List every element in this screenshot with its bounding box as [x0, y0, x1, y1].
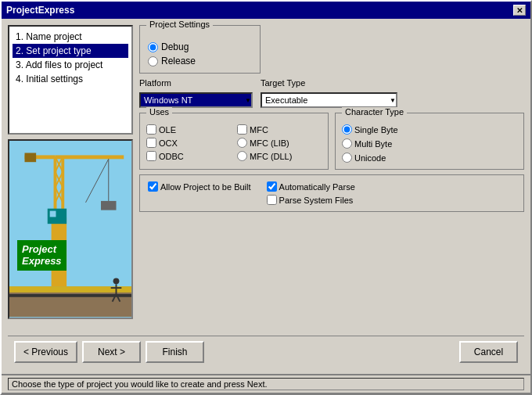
step-4[interactable]: 4. Initial settings: [13, 72, 128, 86]
main-window: ProjectExpress ✕ 1. Name project 2. Set …: [0, 0, 532, 395]
bottom-right-checks: Automatically Parse Parse System Files: [267, 181, 355, 205]
allow-build-row: Allow Project to be Built: [148, 181, 251, 192]
debug-label: Debug: [161, 41, 189, 52]
mfc-dll-row: MFC (DLL): [237, 151, 322, 161]
step-3[interactable]: 3. Add files to project: [13, 58, 128, 72]
platform-col: Platform Windows NT Linux macOS: [139, 78, 253, 108]
platform-select[interactable]: Windows NT Linux macOS: [139, 92, 253, 108]
unicode-radio[interactable]: [342, 153, 352, 163]
parse-sys-label: Parse System Files: [279, 196, 354, 205]
svg-rect-20: [50, 211, 56, 217]
platform-select-wrapper[interactable]: Windows NT Linux macOS: [139, 92, 253, 108]
parse-sys-row: Parse System Files: [267, 195, 355, 205]
right-panel: Project Settings Debug Release: [139, 25, 524, 332]
mfc-dll-radio[interactable]: [237, 151, 247, 161]
svg-rect-13: [56, 155, 124, 159]
project-settings-box: Project Settings Debug Release: [139, 25, 261, 74]
ocx-row: OCX: [146, 138, 231, 148]
unicode-label: Unicode: [354, 153, 386, 163]
target-select[interactable]: Executable Static Library Shared Library: [261, 92, 397, 108]
unicode-row: Unicode: [342, 153, 517, 163]
mfc-row: MFC: [237, 124, 322, 135]
top-right: Project Settings Debug Release: [139, 25, 524, 74]
cancel-button[interactable]: Cancel: [459, 341, 518, 363]
platform-row: Platform Windows NT Linux macOS Target T…: [139, 78, 524, 108]
char-type-box: Character Type Single Byte Multi Byte: [335, 113, 524, 170]
close-button[interactable]: ✕: [513, 5, 526, 16]
ole-row: OLE: [146, 124, 231, 135]
auto-parse-row: Automatically Parse: [267, 181, 355, 192]
release-label: Release: [161, 56, 196, 66]
char-type-radios: Single Byte Multi Byte Unicode: [342, 124, 517, 163]
multi-byte-row: Multi Byte: [342, 138, 517, 149]
steps-list: 1. Name project 2. Set project type 3. A…: [8, 25, 133, 135]
platform-label: Platform: [139, 78, 253, 88]
mfc-checkbox[interactable]: [237, 124, 247, 135]
svg-point-21: [113, 278, 120, 284]
window-title: ProjectExpress: [6, 5, 74, 16]
buttons-row: < Previous Next > Finish Cancel: [8, 336, 524, 368]
step-2[interactable]: 2. Set project type: [13, 44, 128, 58]
multi-byte-radio[interactable]: [342, 138, 352, 149]
project-settings-title: Project Settings: [146, 20, 213, 29]
odbc-row: ODBC: [146, 151, 231, 161]
odbc-label: ODBC: [159, 152, 184, 161]
multi-byte-label: Multi Byte: [354, 139, 392, 149]
svg-rect-18: [101, 201, 117, 210]
auto-parse-label: Automatically Parse: [279, 182, 355, 192]
svg-rect-15: [25, 153, 37, 163]
title-bar: ProjectExpress ✕: [2, 2, 530, 19]
uses-char-row: Uses OLE MFC: [139, 113, 524, 170]
release-radio[interactable]: [148, 56, 158, 66]
odbc-checkbox[interactable]: [146, 151, 156, 161]
debug-radio[interactable]: [148, 42, 158, 52]
bottom-options: Allow Project to be Built Automatically …: [139, 174, 524, 212]
mfc-dll-label: MFC (DLL): [250, 152, 292, 161]
parse-sys-checkbox[interactable]: [267, 195, 277, 205]
bottom-left-checks: Allow Project to be Built: [148, 181, 251, 192]
mfc-lib-row: MFC (LIB): [237, 138, 322, 148]
auto-parse-checkbox[interactable]: [267, 181, 277, 192]
single-byte-radio[interactable]: [342, 124, 352, 135]
uses-title: Uses: [146, 107, 172, 117]
ole-checkbox[interactable]: [146, 124, 156, 135]
uses-box: Uses OLE MFC: [139, 113, 329, 170]
main-row: 1. Name project 2. Set project type 3. A…: [8, 25, 524, 332]
finish-button[interactable]: Finish: [146, 341, 204, 363]
mfc-lib-radio[interactable]: [237, 138, 247, 148]
ole-label: OLE: [159, 125, 176, 135]
svg-rect-3: [9, 294, 131, 297]
previous-button[interactable]: < Previous: [14, 341, 77, 363]
content-area: 1. Name project 2. Set project type 3. A…: [2, 19, 530, 374]
mfc-label: MFC: [250, 125, 268, 135]
project-image: Project Express: [8, 139, 133, 319]
status-bar: Choose the type of project you would lik…: [2, 374, 530, 393]
status-text: Choose the type of project you would lik…: [8, 378, 524, 390]
allow-build-checkbox[interactable]: [148, 181, 158, 192]
left-panel: 1. Name project 2. Set project type 3. A…: [8, 25, 133, 332]
target-select-wrapper[interactable]: Executable Static Library Shared Library: [261, 92, 397, 108]
project-label: Project Express: [17, 240, 66, 271]
ocx-label: OCX: [159, 138, 178, 148]
uses-checkbox-grid: OLE MFC OCX: [146, 124, 322, 161]
ocx-checkbox[interactable]: [146, 138, 156, 148]
target-col: Target Type Executable Static Library Sh…: [261, 78, 397, 108]
char-type-title: Character Type: [342, 107, 407, 117]
mfc-lib-label: MFC (LIB): [250, 138, 289, 148]
target-type-label: Target Type: [261, 78, 397, 88]
step-1[interactable]: 1. Name project: [13, 30, 128, 44]
allow-build-label: Allow Project to be Built: [160, 182, 251, 192]
next-button[interactable]: Next >: [82, 341, 141, 363]
single-byte-label: Single Byte: [354, 125, 398, 135]
single-byte-row: Single Byte: [342, 124, 517, 135]
